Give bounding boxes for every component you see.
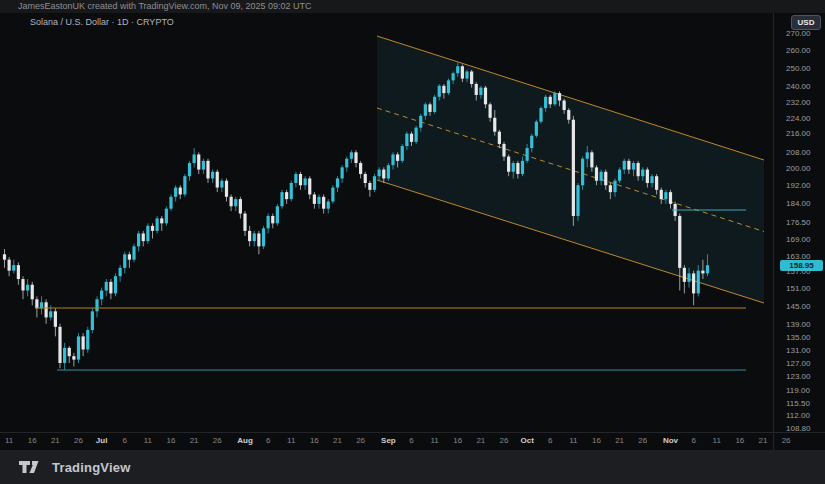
candle-body (308, 178, 311, 194)
candle-body (239, 199, 242, 213)
time-axis-label: 26 (74, 436, 83, 445)
candle-body (530, 136, 533, 148)
candle-body (567, 110, 570, 120)
tradingview-brand-link[interactable]: TradingView (52, 460, 131, 475)
candle-body (243, 214, 246, 231)
candle-body (77, 336, 80, 359)
candle-body (493, 118, 496, 132)
candle-body (396, 154, 399, 160)
channel-fill (377, 36, 764, 303)
candle-body (692, 273, 695, 293)
candle-body (68, 348, 71, 356)
candle-body (415, 128, 418, 142)
candle-body (378, 170, 381, 177)
candle-body (169, 197, 172, 209)
candle-body (137, 233, 140, 246)
time-axis-label: 16 (310, 436, 319, 445)
time-axis-label: 6 (123, 436, 127, 445)
candle-body (553, 93, 556, 104)
candle-body (364, 174, 367, 183)
candle-body (216, 172, 219, 188)
candle-body (391, 154, 394, 165)
candle-body (193, 154, 196, 163)
price-axis-label: 224.00 (786, 114, 810, 123)
trend-channel[interactable] (377, 36, 764, 303)
candle-body (475, 84, 478, 95)
price-axis-label: 131.00 (786, 346, 810, 355)
candle-body (294, 174, 297, 183)
candle-body (211, 172, 214, 179)
candle-body (105, 282, 108, 291)
candle-body (604, 172, 607, 185)
price-axis-label: 157.00 (786, 267, 810, 276)
candle-body (188, 163, 191, 176)
candle-body (502, 144, 505, 157)
candle-body (248, 231, 251, 241)
candle-body (484, 88, 487, 105)
candle-body (35, 299, 38, 308)
candle-body (521, 161, 524, 174)
time-axis-label: 26 (500, 436, 509, 445)
price-axis-label: 240.00 (786, 82, 810, 91)
candle-body (8, 260, 11, 271)
price-axis-label: 216.00 (786, 129, 810, 138)
candle-body (276, 206, 279, 223)
price-axis-label: 127.00 (786, 359, 810, 368)
candle-body (345, 159, 348, 168)
time-axis-label: 26 (356, 436, 365, 445)
candle-body (447, 80, 450, 93)
price-axis-label: 139.00 (786, 320, 810, 329)
candle-body (641, 170, 644, 177)
time-axis-label: 11 (713, 436, 721, 445)
candle-body (470, 71, 473, 83)
time-axis-label: 6 (548, 436, 552, 445)
price-axis-label: 260.00 (786, 46, 810, 55)
candle-body (49, 311, 52, 317)
time-axis-label: Jul (96, 436, 108, 445)
candle-body (539, 108, 542, 122)
candle-body (405, 134, 408, 146)
price-axis-label: 151.00 (786, 284, 810, 293)
candle-body (706, 265, 709, 273)
candle-body (304, 178, 307, 185)
candle-body (262, 228, 265, 246)
price-axis-separator (773, 13, 774, 450)
price-axis-label: 176.50 (786, 218, 810, 227)
candle-body (354, 152, 357, 163)
candle-body (401, 146, 404, 161)
time-axis-label: 11 (287, 436, 295, 445)
price-axis-label: 184.00 (786, 199, 810, 208)
time-axis-label: 21 (333, 436, 342, 445)
candle-body (234, 199, 237, 206)
time-axis-label: 21 (615, 436, 624, 445)
time-axis-label: 6 (409, 436, 413, 445)
candle-body (664, 192, 667, 199)
candle-body (225, 181, 228, 197)
price-axis-label: 208.00 (786, 148, 810, 157)
candle-body (271, 216, 274, 223)
time-axis-separator (0, 432, 825, 433)
candle-body (479, 88, 482, 95)
candle-body (576, 185, 579, 216)
time-axis-label: 11 (5, 436, 13, 445)
tradingview-logo-icon[interactable] (18, 459, 44, 475)
currency-badge[interactable]: USD (791, 15, 821, 30)
price-axis-label: 200.00 (786, 164, 810, 173)
candle-body (660, 190, 663, 199)
candle-body (206, 161, 209, 179)
candle-body (650, 176, 653, 183)
candle-body (128, 254, 131, 259)
time-axis-label: 26 (213, 436, 222, 445)
candle-body (687, 273, 690, 281)
candle-body (433, 97, 436, 112)
candle-body (336, 178, 339, 187)
candle-body (202, 161, 205, 170)
time-axis-label: 11 (569, 436, 577, 445)
time-axis-label: Aug (237, 436, 253, 445)
candle-body (428, 104, 431, 112)
price-chart[interactable] (0, 0, 825, 484)
candle-body (114, 276, 117, 293)
candle-body (327, 202, 330, 209)
candle-body (678, 216, 681, 268)
time-axis-label: Oct (520, 436, 533, 445)
